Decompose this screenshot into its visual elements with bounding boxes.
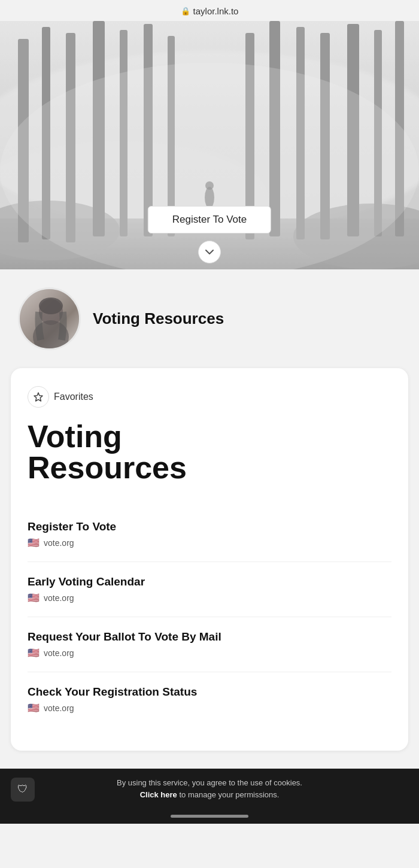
flag-icon: 🇺🇸 — [28, 647, 40, 658]
address-bar: 🔒 taylor.lnk.to — [0, 0, 419, 21]
link-source: 🇺🇸 vote.org — [28, 702, 391, 714]
source-text: vote.org — [44, 648, 74, 658]
cookie-bar: 🛡 By using this service, you agree to th… — [0, 769, 419, 810]
svg-point-27 — [39, 298, 63, 314]
cookie-suffix: to manage your permissions. — [177, 790, 280, 799]
profile-title: Voting Resources — [93, 309, 224, 328]
main-card: Favorites VotingResources Register To Vo… — [11, 368, 408, 751]
avatar — [18, 287, 81, 350]
source-text: vote.org — [44, 593, 74, 603]
link-item[interactable]: Register To Vote 🇺🇸 vote.org — [28, 507, 391, 562]
profile-section: Voting Resources — [0, 269, 419, 362]
link-source: 🇺🇸 vote.org — [28, 647, 391, 658]
cookie-link[interactable]: Click here — [140, 790, 177, 799]
hero-section: Register To Vote — [0, 21, 419, 269]
link-title: Early Voting Calendar — [28, 575, 391, 588]
shield-icon: 🛡 — [11, 778, 35, 802]
scroll-down-button[interactable] — [198, 241, 221, 263]
link-title: Request Your Ballot To Vote By Mail — [28, 630, 391, 644]
source-text: vote.org — [44, 703, 74, 713]
star-icon — [28, 386, 49, 408]
links-list: Register To Vote 🇺🇸 vote.org Early Votin… — [28, 507, 391, 727]
cookie-text: By using this service, you agree to the … — [117, 778, 302, 787]
svg-point-23 — [0, 63, 419, 269]
link-title: Check Your Registration Status — [28, 685, 391, 699]
favorites-label: Favorites — [54, 391, 93, 402]
link-item[interactable]: Early Voting Calendar 🇺🇸 vote.org — [28, 562, 391, 617]
bottom-bar — [0, 810, 419, 824]
link-item[interactable]: Check Your Registration Status 🇺🇸 vote.o… — [28, 672, 391, 727]
lock-icon: 🔒 — [181, 7, 190, 16]
flag-icon: 🇺🇸 — [28, 537, 40, 548]
link-title: Register To Vote — [28, 520, 391, 533]
link-source: 🇺🇸 vote.org — [28, 537, 391, 548]
home-indicator — [171, 815, 248, 818]
favorites-badge: Favorites — [28, 386, 391, 408]
flag-icon: 🇺🇸 — [28, 592, 40, 603]
link-item[interactable]: Request Your Ballot To Vote By Mail 🇺🇸 v… — [28, 617, 391, 672]
link-source: 🇺🇸 vote.org — [28, 592, 391, 603]
source-text: vote.org — [44, 538, 74, 548]
card-title: VotingResources — [28, 421, 391, 483]
flag-icon: 🇺🇸 — [28, 702, 40, 714]
register-to-vote-button[interactable]: Register To Vote — [148, 206, 271, 233]
url-text: taylor.lnk.to — [193, 6, 239, 16]
